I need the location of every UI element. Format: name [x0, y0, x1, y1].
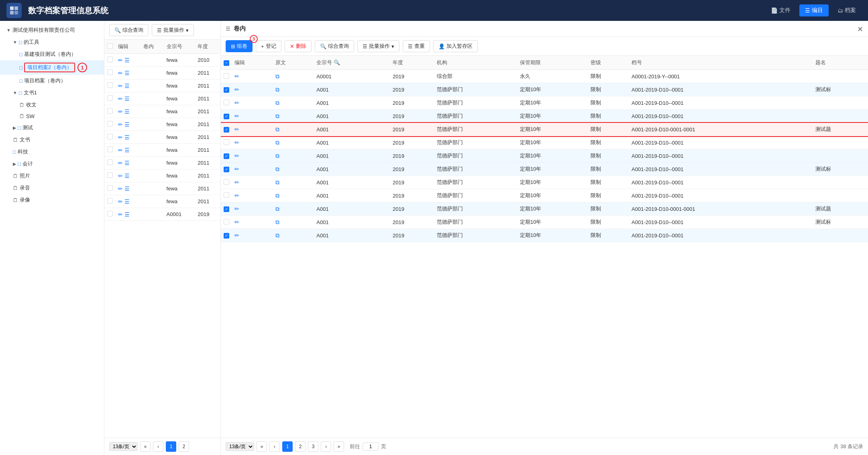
edit-icon-right[interactable]: ✏ [234, 86, 239, 93]
left-page-1[interactable]: 1 [166, 441, 176, 452]
list-icon[interactable]: ☰ [124, 108, 130, 115]
sidebar-item-wenshu1[interactable]: ▼ □ 文书1 [0, 87, 104, 99]
list-icon[interactable]: ☰ [124, 96, 130, 102]
list-icon[interactable]: ☰ [124, 173, 130, 179]
document-icon-right[interactable]: ⧉ [275, 73, 279, 80]
document-icon-right[interactable]: ⧉ [275, 86, 279, 93]
left-row-checkbox[interactable] [107, 147, 113, 152]
right-row-checkbox[interactable] [224, 73, 229, 79]
right-search-button[interactable]: 🔍 综合查询 [315, 40, 354, 52]
edit-icon[interactable]: ✏ [118, 211, 123, 218]
edit-icon[interactable]: ✏ [118, 160, 123, 166]
sidebar-item-luyin[interactable]: 🗒 录音 [0, 182, 104, 194]
left-row-checkbox[interactable] [107, 198, 113, 204]
document-icon-right[interactable]: ⧉ [275, 232, 279, 239]
edit-icon[interactable]: ✏ [118, 134, 123, 141]
left-row-checkbox[interactable] [107, 185, 113, 191]
right-page-1[interactable]: 1 [282, 441, 293, 452]
edit-icon[interactable]: ✏ [118, 70, 123, 76]
right-batch-button[interactable]: ☰ 批量操作 ▾ [357, 40, 399, 52]
left-row-checkbox[interactable] [107, 211, 113, 216]
right-next-page[interactable]: › [321, 441, 331, 452]
document-icon-right[interactable]: ⧉ [275, 166, 279, 172]
edit-icon-right[interactable]: ✏ [234, 100, 239, 106]
document-icon-right[interactable]: ⧉ [275, 100, 279, 106]
edit-icon[interactable]: ✏ [118, 121, 123, 128]
list-icon[interactable]: ☰ [124, 186, 130, 192]
left-row-checkbox[interactable] [107, 57, 113, 62]
nav-menu[interactable]: ☰ 编目 [799, 4, 829, 16]
right-row-checkbox[interactable] [224, 192, 229, 198]
sidebar-item-shouwu[interactable]: 🗒 收文 [0, 99, 104, 111]
sidebar-item-luxiang[interactable]: 🗒 录像 [0, 194, 104, 206]
right-first-page[interactable]: « [257, 441, 267, 452]
list-icon[interactable]: ☰ [124, 83, 130, 89]
edit-icon[interactable]: ✏ [118, 198, 123, 205]
right-row-checkbox[interactable]: ✓ [224, 87, 229, 93]
list-icon[interactable]: ☰ [124, 70, 130, 76]
right-row-checkbox[interactable]: ✓ [224, 233, 229, 239]
sidebar-company[interactable]: ▼ 测试使用科技有限责任公司 [0, 24, 104, 36]
dedup-button[interactable]: ☰ 查重 [403, 40, 430, 52]
right-row-checkbox[interactable] [224, 139, 229, 145]
register-button[interactable]: + 登记 [256, 40, 281, 52]
left-select-all[interactable] [107, 43, 113, 49]
nav-file[interactable]: 📄 文件 [765, 4, 796, 16]
right-row-checkbox[interactable]: ✓ [224, 114, 229, 119]
group-button[interactable]: ⊞ 组卷 3 [226, 40, 253, 52]
document-icon-right[interactable]: ⧉ [275, 139, 279, 146]
edit-icon[interactable]: ✏ [118, 147, 123, 153]
right-prev-page[interactable]: ‹ [269, 441, 280, 452]
edit-icon-right[interactable]: ✏ [234, 113, 239, 119]
edit-icon[interactable]: ✏ [118, 186, 123, 192]
sidebar-item-wenshu[interactable]: 🗒 文书 [0, 134, 104, 146]
document-icon-right[interactable]: ⧉ [275, 192, 279, 199]
sidebar-item-sw[interactable]: 🗒 SW [0, 111, 104, 122]
left-first-page[interactable]: « [140, 441, 151, 452]
right-row-checkbox[interactable]: ✓ [224, 206, 229, 212]
right-row-checkbox[interactable] [224, 100, 229, 105]
search-icon-quanzong[interactable]: 🔍 [334, 59, 340, 65]
list-icon[interactable]: ☰ [124, 211, 130, 218]
left-row-checkbox[interactable] [107, 159, 113, 165]
goto-input[interactable] [363, 443, 379, 451]
right-row-checkbox[interactable]: ✓ [224, 167, 229, 172]
edit-icon-right[interactable]: ✏ [234, 219, 239, 225]
document-icon-right[interactable]: ⧉ [275, 206, 279, 212]
document-icon-right[interactable]: ⧉ [275, 126, 279, 133]
right-row-checkbox[interactable] [224, 179, 229, 185]
sidebar-item-jianjian[interactable]: □ 基建项目测试（卷内） [0, 48, 104, 60]
list-icon[interactable]: ☰ [124, 57, 130, 63]
left-page-2[interactable]: 2 [179, 441, 189, 452]
temp-button[interactable]: 👤 加入暂存区 [433, 40, 478, 52]
left-row-checkbox[interactable] [107, 134, 113, 139]
document-icon-right[interactable]: ⧉ [275, 153, 279, 159]
left-row-checkbox[interactable] [107, 95, 113, 101]
left-prev-page[interactable]: ‹ [153, 441, 163, 452]
right-row-checkbox[interactable] [224, 219, 229, 224]
right-row-checkbox[interactable]: ✓ [224, 127, 229, 133]
left-page-size-select[interactable]: 13条/页 [109, 442, 138, 451]
edit-icon-right[interactable]: ✏ [234, 206, 239, 212]
list-icon[interactable]: ☰ [124, 160, 130, 166]
left-search-button[interactable]: 🔍 综合查询 [109, 24, 149, 36]
right-last-page[interactable]: » [334, 441, 344, 452]
edit-icon-right[interactable]: ✏ [234, 166, 239, 172]
close-button[interactable]: ✕ [857, 25, 863, 34]
edit-icon[interactable]: ✏ [118, 96, 123, 102]
right-page-size[interactable]: 13条/页 [226, 442, 254, 451]
left-page-size[interactable]: 13条/页 [109, 442, 138, 451]
edit-icon-right[interactable]: ✏ [234, 139, 239, 146]
document-icon-right[interactable]: ⧉ [275, 219, 279, 225]
list-icon[interactable]: ☰ [124, 198, 130, 205]
sidebar-item-xiangmu[interactable]: □ 项目档案（卷内） [0, 75, 104, 87]
sidebar-item-tools[interactable]: ▼ □ 的工具 [0, 36, 104, 48]
sidebar-item-keji[interactable]: □ 科技 [0, 146, 104, 158]
document-icon-right[interactable]: ⧉ [275, 179, 279, 186]
edit-icon[interactable]: ✏ [118, 57, 123, 63]
edit-icon-right[interactable]: ✏ [234, 73, 239, 80]
edit-icon[interactable]: ✏ [118, 173, 123, 179]
right-select-all[interactable]: − [224, 60, 229, 66]
edit-icon-right[interactable]: ✏ [234, 153, 239, 159]
document-icon-right[interactable]: ⧉ [275, 113, 279, 119]
